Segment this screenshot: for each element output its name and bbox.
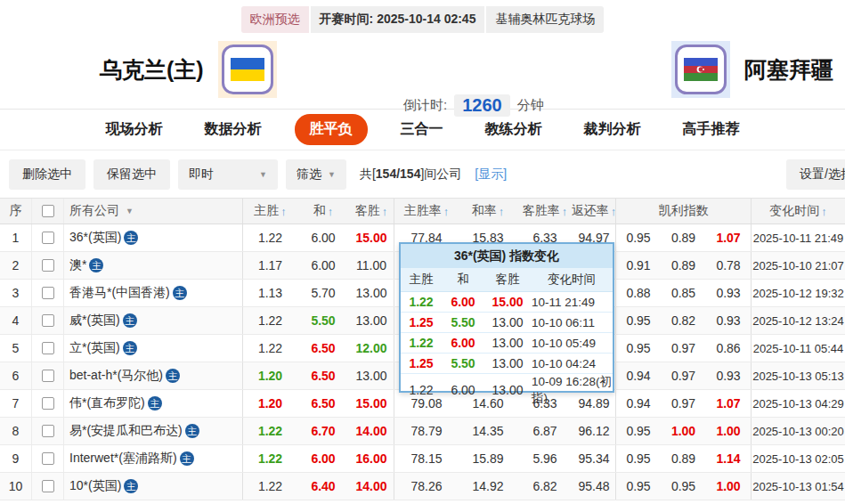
select-all-checkbox[interactable]	[42, 205, 54, 217]
away-odds[interactable]: 16.00	[349, 445, 394, 472]
header-away-rate[interactable]: 客胜率↑	[517, 199, 573, 224]
draw-odds[interactable]: 6.70	[297, 418, 349, 444]
main-bookmaker-badge-icon: 主	[123, 341, 137, 355]
home-odds[interactable]: 1.22	[243, 473, 297, 500]
header-draw-odds[interactable]: 和↑	[297, 199, 349, 224]
row-checkbox[interactable]	[42, 397, 54, 410]
company-name[interactable]: 10*(英国)主	[64, 473, 243, 500]
row-checkbox-cell	[32, 224, 64, 251]
draw-odds[interactable]: 6.40	[297, 473, 349, 500]
away-odds[interactable]: 12.00	[349, 335, 394, 362]
show-link[interactable]: [显示]	[475, 167, 507, 183]
draw-rate: 15.89	[459, 445, 517, 472]
row-checkbox[interactable]	[42, 314, 54, 327]
kelly-1: 0.95	[616, 445, 661, 472]
company-name[interactable]: 易*(安提瓜和巴布达)主	[64, 418, 243, 444]
popup-change-time: 10-11 21:49	[531, 292, 613, 312]
draw-odds[interactable]: 6.50	[297, 335, 349, 362]
draw-odds[interactable]: 6.00	[297, 252, 349, 279]
row-checkbox[interactable]	[42, 452, 54, 465]
change-time: 2025-10-13 05:13	[752, 362, 845, 389]
away-odds[interactable]: 13.00	[349, 362, 394, 389]
away-odds[interactable]: 11.00	[349, 252, 394, 279]
home-odds[interactable]: 1.17	[243, 252, 297, 279]
company-label: 澳*	[69, 257, 86, 273]
tab-现场分析[interactable]: 现场分析	[97, 115, 172, 144]
draw-odds[interactable]: 5.50	[297, 307, 349, 334]
header-draw-rate[interactable]: 和率↑	[459, 199, 517, 224]
draw-odds[interactable]: 6.50	[297, 390, 349, 417]
row-checkbox-cell	[32, 362, 64, 389]
home-odds[interactable]: 1.22	[243, 224, 297, 251]
row-checkbox[interactable]	[42, 425, 54, 437]
kelly-2: 0.97	[661, 390, 706, 417]
row-number: 9	[0, 445, 32, 472]
home-rate: 78.15	[394, 445, 459, 472]
home-odds[interactable]: 1.13	[243, 280, 297, 306]
change-time: 2025-10-10 21:07	[752, 252, 845, 279]
delete-selected-button[interactable]: 删除选中	[9, 159, 85, 190]
company-name[interactable]: 36*(英国)主	[64, 224, 243, 251]
company-name[interactable]: 伟*(直布罗陀)主	[64, 390, 243, 417]
row-checkbox[interactable]	[42, 232, 54, 244]
company-label: bet-at-h*(马尔他)	[69, 368, 163, 384]
away-odds[interactable]: 13.00	[349, 307, 394, 334]
away-odds[interactable]: 14.00	[349, 473, 394, 500]
table-header-row: 序 所有公司▼ 主胜↑ 和↑ 客胜↑ 主胜率↑ 和率↑ 客胜率↑ 返还率↑ 凯利…	[0, 198, 845, 224]
company-name[interactable]: 威*(英国)主	[64, 307, 243, 334]
tab-数据分析[interactable]: 数据分析	[196, 115, 271, 144]
popup-change-time: 10-10 06:11	[531, 313, 613, 332]
row-checkbox[interactable]	[42, 287, 54, 299]
odds-change-popup: 36*(英国) 指数变化 主胜和客胜变化时间 1.226.0015.0010-1…	[399, 242, 614, 393]
tab-高手推荐[interactable]: 高手推荐	[674, 115, 749, 144]
draw-odds[interactable]: 5.70	[297, 280, 349, 306]
main-bookmaker-badge-icon: 主	[148, 396, 162, 411]
kelly-3: 0.78	[706, 252, 752, 279]
tab-教练分析[interactable]: 教练分析	[476, 115, 551, 144]
header-change-time[interactable]: 变化时间↑	[752, 199, 845, 224]
draw-odds[interactable]: 6.00	[297, 224, 349, 251]
home-odds[interactable]: 1.20	[243, 390, 297, 417]
away-odds[interactable]: 14.00	[349, 418, 394, 444]
company-label: 10*(英国)	[69, 478, 121, 494]
header-home-rate[interactable]: 主胜率↑	[394, 199, 459, 224]
row-checkbox[interactable]	[42, 342, 54, 354]
table-row[interactable]: 1010*(英国)主1.226.4014.0078.2614.926.8295.…	[0, 473, 845, 500]
company-name[interactable]: 立*(英国)主	[64, 335, 243, 362]
away-odds[interactable]: 15.00	[349, 224, 394, 251]
header-payout-rate[interactable]: 返还率↑	[573, 199, 616, 224]
row-checkbox[interactable]	[42, 370, 54, 382]
draw-odds[interactable]: 6.50	[297, 362, 349, 389]
tab-裁判分析[interactable]: 裁判分析	[575, 115, 650, 144]
filter-dropdown[interactable]: 筛选 ▼	[286, 159, 346, 190]
header-company[interactable]: 所有公司▼	[64, 199, 243, 224]
table-toolbar: 删除选中 保留选中 即时 ▼ 筛选 ▼ 共[154/154]间公司 [显示] 设…	[0, 150, 845, 198]
away-odds[interactable]: 13.00	[349, 280, 394, 306]
row-checkbox[interactable]	[42, 480, 54, 492]
header-home-odds[interactable]: 主胜↑	[243, 199, 297, 224]
table-row[interactable]: 8易*(安提瓜和巴布达)主1.226.7014.0078.7914.356.87…	[0, 418, 845, 445]
away-odds[interactable]: 15.00	[349, 390, 394, 417]
tab-三合一[interactable]: 三合一	[392, 115, 452, 144]
keep-selected-button[interactable]: 保留选中	[93, 159, 170, 190]
header-away-odds[interactable]: 客胜↑	[349, 199, 394, 224]
home-odds[interactable]: 1.22	[243, 418, 297, 444]
row-checkbox[interactable]	[42, 259, 54, 272]
home-odds[interactable]: 1.22	[243, 445, 297, 472]
table-row[interactable]: 9Interwet*(塞浦路斯)主1.226.0016.0078.1515.89…	[0, 445, 845, 473]
kelly-3: 0.93	[706, 280, 752, 306]
company-name[interactable]: Interwet*(塞浦路斯)主	[64, 445, 243, 472]
company-name[interactable]: bet-at-h*(马尔他)主	[64, 362, 243, 389]
change-time: 2025-10-12 13:24	[752, 307, 845, 334]
time-filter-dropdown[interactable]: 即时 ▼	[178, 159, 278, 190]
settings-select-button[interactable]: 设置/选择	[786, 159, 845, 190]
home-odds[interactable]: 1.22	[243, 307, 297, 334]
draw-odds[interactable]: 6.00	[297, 445, 349, 472]
company-name[interactable]: 澳*主	[64, 252, 243, 279]
company-name[interactable]: 香港马*(中国香港)主	[64, 280, 243, 306]
home-odds[interactable]: 1.20	[243, 362, 297, 389]
kelly-1: 0.94	[616, 390, 661, 417]
tab-active-胜平负[interactable]: 胜平负	[295, 114, 368, 145]
popup-header-3: 客胜	[484, 268, 531, 291]
home-odds[interactable]: 1.22	[243, 335, 297, 362]
